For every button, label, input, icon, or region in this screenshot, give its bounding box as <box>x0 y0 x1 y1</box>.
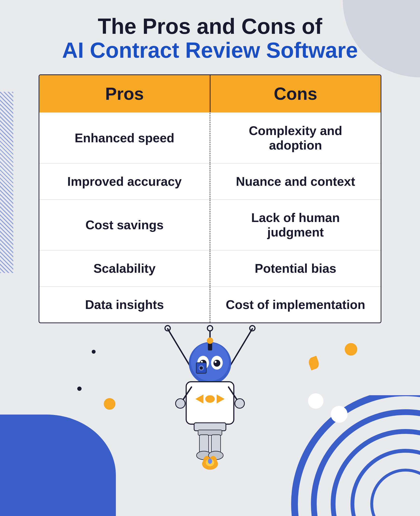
con-cell-1: Complexity and adoption <box>210 113 381 163</box>
pro-cell-2: Improved accuracy <box>39 163 210 199</box>
title-line2: AI Contract Review Software <box>62 39 358 62</box>
svg-point-38 <box>208 459 212 464</box>
table-header: Pros Cons <box>39 75 381 112</box>
page-title: The Pros and Cons of AI Contract Review … <box>62 15 358 62</box>
row-divider-4 <box>210 251 210 286</box>
dot-decoration-3 <box>308 393 323 409</box>
svg-point-20 <box>207 338 213 344</box>
title-line1: The Pros and Cons of <box>62 15 358 39</box>
cons-header: Cons <box>210 75 381 112</box>
svg-point-16 <box>213 360 220 367</box>
row-divider-1 <box>210 113 210 163</box>
svg-point-40 <box>175 399 185 408</box>
robot-illustration <box>39 321 381 490</box>
con-cell-2: Nuance and context <box>210 163 381 199</box>
svg-rect-30 <box>199 435 209 454</box>
svg-point-9 <box>207 326 213 331</box>
svg-line-5 <box>168 329 192 369</box>
dot-decoration-1 <box>92 350 96 354</box>
con-cell-4: Potential bias <box>210 251 381 286</box>
svg-line-7 <box>229 329 253 369</box>
pro-cell-4: Scalability <box>39 251 210 286</box>
pros-cons-table: Pros Cons Enhanced speed Complexity and … <box>39 74 381 323</box>
svg-point-18 <box>215 361 217 363</box>
row-divider-3 <box>210 200 210 250</box>
svg-rect-31 <box>211 435 220 454</box>
table-row: Enhanced speed Complexity and adoption <box>39 112 381 163</box>
pro-cell-3: Cost savings <box>39 200 210 250</box>
svg-rect-28 <box>194 423 226 431</box>
con-cell-3: Lack of human judgment <box>210 200 381 250</box>
robot-svg <box>138 321 282 485</box>
svg-point-27 <box>205 395 215 403</box>
main-content: The Pros and Cons of AI Contract Review … <box>0 0 420 490</box>
pro-cell-5: Data insights <box>39 287 210 323</box>
row-divider-5 <box>210 287 210 323</box>
row-divider-2 <box>210 163 210 199</box>
svg-rect-24 <box>186 382 234 424</box>
table-stripe-right <box>381 75 381 323</box>
pro-cell-1: Enhanced speed <box>39 113 210 163</box>
table-body: Enhanced speed Complexity and adoption I… <box>39 112 381 323</box>
pros-header: Pros <box>39 75 210 112</box>
leaf-decoration <box>307 356 321 370</box>
svg-point-23 <box>200 366 203 370</box>
table-row: Scalability Potential bias <box>39 250 381 286</box>
table-row: Data insights Cost of implementation <box>39 286 381 323</box>
table-row: Cost savings Lack of human judgment <box>39 199 381 250</box>
table-stripe-left <box>39 75 39 323</box>
svg-point-42 <box>235 399 244 408</box>
table-row: Improved accuracy Nuance and context <box>39 163 381 199</box>
dot-decoration-2 <box>104 398 115 410</box>
con-cell-5: Cost of implementation <box>210 287 381 323</box>
